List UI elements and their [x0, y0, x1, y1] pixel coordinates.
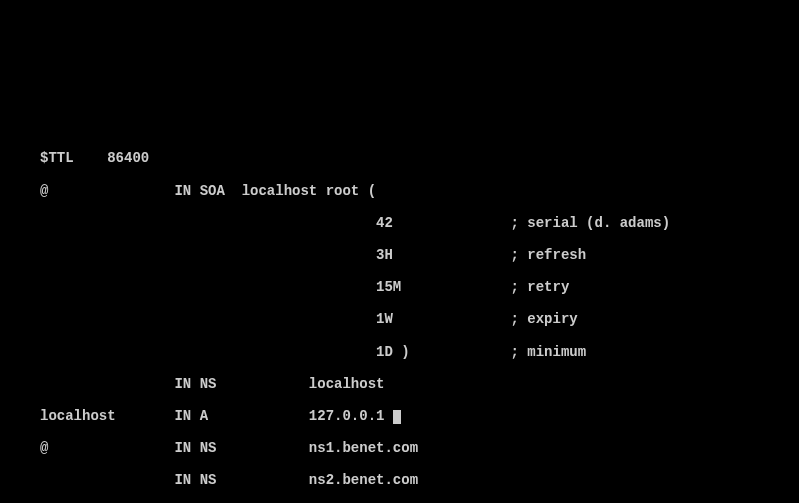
zone-line-ns2[interactable]: IN NS ns2.benet.com [40, 472, 799, 488]
zone-line-retry[interactable]: 15M ; retry [40, 279, 799, 295]
zone-line-refresh[interactable]: 3H ; refresh [40, 247, 799, 263]
line-text: localhost IN A 127.0.0.1 [40, 408, 393, 424]
cursor-block [393, 410, 401, 424]
zone-line-ttl[interactable]: $TTL 86400 [40, 150, 799, 166]
zone-line-minimum[interactable]: 1D ) ; minimum [40, 344, 799, 360]
zone-line-soa[interactable]: @ IN SOA localhost root ( [40, 183, 799, 199]
zone-line-at-ns1[interactable]: @ IN NS ns1.benet.com [40, 440, 799, 456]
zone-line-expiry[interactable]: 1W ; expiry [40, 311, 799, 327]
zone-line-localhost-a[interactable]: localhost IN A 127.0.0.1 [40, 408, 799, 424]
zone-line-ns-localhost[interactable]: IN NS localhost [40, 376, 799, 392]
zone-line-serial[interactable]: 42 ; serial (d. adams) [40, 215, 799, 231]
